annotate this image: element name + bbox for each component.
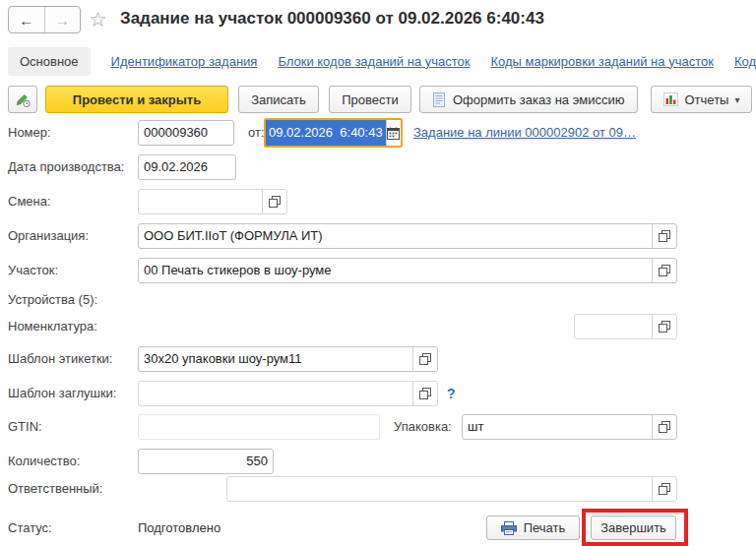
gtin-label: GTIN: bbox=[8, 414, 42, 440]
production-date-label: Дата производства: bbox=[8, 154, 124, 180]
packaging-choose-icon[interactable] bbox=[652, 415, 676, 439]
row-nomenclature: Номенклатура: bbox=[0, 314, 756, 339]
tab-task-identifier[interactable]: Идентификатор задания bbox=[111, 54, 258, 69]
reports-label: Отчеты bbox=[685, 92, 729, 107]
tab-bar: Основное Идентификатор задания Блоки код… bbox=[0, 45, 756, 77]
packaging-label: Упаковка: bbox=[394, 414, 452, 440]
stub-template-label: Шаблон заглушки: bbox=[8, 381, 116, 406]
date-label: от: bbox=[248, 120, 265, 146]
number-label: Номер: bbox=[8, 120, 51, 146]
post-and-close-button[interactable]: Провести и закрыть bbox=[45, 86, 228, 113]
row-number: Номер: 000009360 от: 09.02.2026 6:40:43 bbox=[0, 120, 756, 146]
nomenclature-choose-icon[interactable] bbox=[652, 315, 676, 338]
responsible-field[interactable] bbox=[226, 476, 677, 502]
document-icon bbox=[432, 92, 446, 107]
responsible-label: Ответственный: bbox=[8, 476, 102, 502]
production-date-field[interactable]: 09.02.2026 bbox=[138, 154, 236, 180]
print-button[interactable]: Печать bbox=[486, 516, 580, 540]
stub-template-field[interactable] bbox=[138, 381, 438, 406]
back-button[interactable]: ← bbox=[9, 7, 45, 32]
organization-choose-icon[interactable] bbox=[652, 224, 676, 248]
pencil-clock-icon bbox=[15, 91, 31, 107]
tab-code-blocks[interactable]: Блоки кодов заданий на участок bbox=[278, 54, 470, 69]
line-task-link[interactable]: Задание на линии 000002902 от 09… bbox=[413, 120, 636, 146]
shift-label: Смена: bbox=[8, 189, 51, 214]
date-value-selected: 09.02.2026 6:40:43 bbox=[266, 120, 386, 146]
reports-menu-button[interactable]: Отчеты ▾ bbox=[651, 86, 753, 113]
edit-pencil-button[interactable] bbox=[8, 86, 37, 113]
organization-value: ООО БИТ.IIoT (ФОРМУЛА ИТ) bbox=[144, 224, 647, 248]
post-button[interactable]: Провести bbox=[329, 86, 411, 113]
row-site: Участок: 00 Печать стикеров в шоу-руме bbox=[0, 258, 756, 283]
history-nav: ← → bbox=[8, 6, 81, 33]
packaging-field[interactable]: шт bbox=[462, 414, 677, 440]
tab-marking-codes[interactable]: Коды маркировки заданий на участок bbox=[490, 54, 713, 69]
number-field[interactable]: 000009360 bbox=[138, 120, 234, 146]
finish-button[interactable]: Завершить bbox=[591, 516, 676, 540]
label-template-field[interactable]: 30x20 упаковки шоу-рум11 bbox=[138, 346, 438, 372]
quantity-field[interactable]: 550 bbox=[138, 449, 274, 474]
row-organization: Организация: ООО БИТ.IIoT (ФОРМУЛА ИТ) bbox=[0, 223, 756, 249]
help-question-icon[interactable]: ? bbox=[447, 381, 456, 406]
quantity-value: 550 bbox=[144, 450, 268, 473]
print-label: Печать bbox=[524, 520, 566, 535]
gtin-field[interactable] bbox=[138, 414, 380, 440]
date-field[interactable]: 09.02.2026 6:40:43 bbox=[264, 118, 403, 148]
nomenclature-label: Номенклатура: bbox=[8, 314, 97, 339]
site-label: Участок: bbox=[8, 258, 58, 283]
page-title: Задание на участок 000009360 от 09.02.20… bbox=[120, 9, 544, 29]
calendar-icon[interactable] bbox=[386, 120, 401, 146]
row-devices: Устройства (5): bbox=[0, 290, 756, 310]
shift-choose-icon[interactable] bbox=[262, 190, 286, 213]
shift-field[interactable] bbox=[138, 189, 287, 214]
production-date-value: 09.02.2026 bbox=[144, 155, 230, 179]
chevron-down-icon: ▾ bbox=[734, 94, 739, 105]
row-label-template: Шаблон этикетки: 30x20 упаковки шоу-рум1… bbox=[0, 346, 756, 372]
responsible-choose-icon[interactable] bbox=[652, 477, 676, 501]
save-button[interactable]: Записать bbox=[238, 86, 319, 113]
quantity-label: Количество: bbox=[8, 449, 80, 474]
row-gtin-packaging: GTIN: Упаковка: шт bbox=[0, 414, 756, 440]
bar-chart-icon bbox=[663, 92, 678, 106]
forward-button[interactable]: → bbox=[45, 7, 81, 32]
status-label: Статус: bbox=[8, 516, 52, 541]
stub-template-choose-icon[interactable] bbox=[412, 382, 437, 405]
row-stub-template: Шаблон заглушки: ? bbox=[0, 381, 756, 406]
site-value: 00 Печать стикеров в шоу-руме bbox=[144, 259, 647, 282]
status-value: Подготовлено bbox=[138, 516, 220, 541]
favorite-star-icon[interactable]: ☆ bbox=[89, 8, 107, 31]
devices-label: Устройства (5): bbox=[8, 290, 97, 310]
site-choose-icon[interactable] bbox=[652, 259, 676, 282]
task-form-window: ← → ☆ Задание на участок 000009360 от 09… bbox=[0, 0, 756, 546]
tab-main[interactable]: Основное bbox=[8, 47, 91, 76]
packaging-value: шт bbox=[468, 415, 647, 439]
row-status: Статус: Подготовлено Печать Завершить bbox=[0, 516, 756, 541]
organization-label: Организация: bbox=[8, 223, 89, 249]
organization-field[interactable]: ООО БИТ.IIoT (ФОРМУЛА ИТ) bbox=[138, 223, 677, 249]
printer-icon bbox=[501, 521, 517, 535]
site-field[interactable]: 00 Печать стикеров в шоу-руме bbox=[138, 258, 677, 283]
toolbar: Провести и закрыть Записать Провести Офо… bbox=[0, 86, 756, 115]
row-responsible: Ответственный: bbox=[0, 476, 756, 502]
nomenclature-field[interactable] bbox=[574, 314, 677, 339]
emission-order-button[interactable]: Оформить заказ на эмиссию bbox=[419, 86, 638, 113]
emission-order-label: Оформить заказ на эмиссию bbox=[453, 92, 625, 107]
row-quantity: Количество: 550 bbox=[0, 449, 756, 474]
tab-codes-truncated[interactable]: Коды п bbox=[734, 54, 756, 69]
row-production-date: Дата производства: 09.02.2026 bbox=[0, 154, 756, 180]
row-shift: Смена: bbox=[0, 189, 756, 214]
label-template-value: 30x20 упаковки шоу-рум11 bbox=[144, 347, 408, 371]
number-value: 000009360 bbox=[144, 121, 228, 145]
label-template-choose-icon[interactable] bbox=[412, 347, 437, 371]
label-template-label: Шаблон этикетки: bbox=[8, 346, 112, 372]
